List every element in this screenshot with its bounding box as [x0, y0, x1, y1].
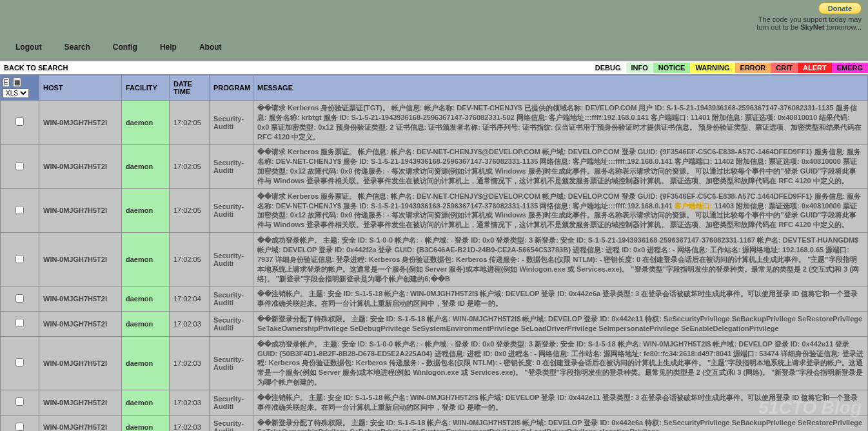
- cell-time: 17:02:03: [170, 336, 210, 390]
- table-row: WIN-0MJGH7H5T2Idaemon17:02:05Security-Au…: [1, 188, 868, 232]
- row-checkbox[interactable]: [15, 294, 24, 303]
- table-row: WIN-0MJGH7H5T2Idaemon17:02:03Security-Au…: [1, 336, 868, 390]
- cell-facility: daemon: [122, 145, 170, 188]
- table-row: WIN-0MJGH7H5T2Idaemon17:02:05Security-Au…: [1, 145, 868, 188]
- row-checkbox[interactable]: [15, 117, 24, 126]
- cell-time: 17:02:05: [170, 233, 210, 286]
- menu-about[interactable]: About: [199, 43, 222, 52]
- th-message[interactable]: MESSAGE: [253, 75, 868, 101]
- cell-host: WIN-0MJGH7H5T2I: [39, 188, 122, 232]
- export-select[interactable]: XLS: [3, 88, 29, 98]
- tagline: The code you support today may turn out …: [0, 14, 868, 37]
- log-table: E ▦ XLS HOST FACILITY DATE TIME PROGRAM …: [0, 75, 868, 431]
- table-row: WIN-0MJGH7H5T2Idaemon17:02:03Security-Au…: [1, 390, 868, 415]
- cell-program: Security-Auditi: [210, 415, 253, 431]
- cell-facility: daemon: [122, 286, 170, 312]
- back-to-search-link[interactable]: BACK TO SEARCH: [0, 64, 68, 72]
- cell-program: Security-Auditi: [210, 336, 253, 390]
- row-checkbox[interactable]: [15, 358, 24, 366]
- top-menu: Logout Search Config Help About: [0, 37, 868, 61]
- cell-host: WIN-0MJGH7H5T2I: [39, 390, 122, 415]
- severity-legend: DEBUG INFO NOTICE WARNING ERROR CRIT ALE…: [590, 63, 868, 73]
- cell-time: 17:02:04: [170, 286, 210, 312]
- cell-program: Security-Auditi: [210, 233, 253, 286]
- sev-alert[interactable]: ALERT: [798, 63, 832, 73]
- sev-emerg[interactable]: EMERG: [832, 63, 868, 73]
- cell-program: Security-Auditi: [210, 145, 253, 188]
- sev-warning[interactable]: WARNING: [690, 63, 735, 73]
- menu-logout[interactable]: Logout: [15, 43, 42, 52]
- cell-message: ��注销帐户。 主题: 安全 ID: S-1-5-18 帐户名: WIN-0MJ…: [253, 286, 868, 312]
- cell-facility: daemon: [122, 312, 170, 337]
- sev-error[interactable]: ERROR: [735, 63, 771, 73]
- cell-message: ��新登录分配了特殊权限。 主题: 安全 ID: S-1-5-18 帐户名: W…: [253, 312, 868, 337]
- cell-message: ��注销帐户。 主题: 安全 ID: S-1-5-18 帐户名: WIN-0MJ…: [253, 390, 868, 415]
- row-checkbox[interactable]: [15, 255, 24, 263]
- column-toggle-button[interactable]: ▦: [13, 77, 21, 87]
- cell-time: 17:02:03: [170, 312, 210, 337]
- menu-search[interactable]: Search: [64, 43, 90, 52]
- controls-cell: E ▦ XLS: [1, 75, 39, 101]
- cell-host: WIN-0MJGH7H5T2I: [39, 336, 122, 390]
- cell-host: WIN-0MJGH7H5T2I: [39, 145, 122, 188]
- cell-time: 17:02:05: [170, 145, 210, 188]
- cell-time: 17:02:03: [170, 390, 210, 415]
- cell-host: WIN-0MJGH7H5T2I: [39, 286, 122, 312]
- cell-program: Security-Auditi: [210, 390, 253, 415]
- cell-host: WIN-0MJGH7H5T2I: [39, 233, 122, 286]
- expand-button[interactable]: E: [3, 77, 10, 87]
- cell-message: ��成功登录帐户。 主题: 安全 ID: S-1-0-0 帐户名: - 帐户域:…: [253, 233, 868, 286]
- cell-time: 17:02:05: [170, 188, 210, 232]
- th-host[interactable]: HOST: [39, 75, 122, 101]
- cell-host: WIN-0MJGH7H5T2I: [39, 312, 122, 337]
- sev-debug[interactable]: DEBUG: [590, 63, 626, 73]
- cell-facility: daemon: [122, 233, 170, 286]
- menu-help[interactable]: Help: [160, 43, 177, 52]
- row-checkbox[interactable]: [15, 319, 24, 327]
- cell-facility: daemon: [122, 336, 170, 390]
- th-facility[interactable]: FACILITY: [122, 75, 170, 101]
- cell-program: Security-Auditi: [210, 101, 253, 145]
- cell-program: Security-Auditi: [210, 188, 253, 232]
- sev-crit[interactable]: CRIT: [771, 63, 798, 73]
- table-row: WIN-0MJGH7H5T2Idaemon17:02:05Security-Au…: [1, 233, 868, 286]
- row-checkbox[interactable]: [15, 206, 24, 214]
- sev-notice[interactable]: NOTICE: [653, 63, 691, 73]
- table-row: WIN-0MJGH7H5T2Idaemon17:02:04Security-Au…: [1, 286, 868, 312]
- cell-time: 17:02:03: [170, 415, 210, 431]
- cell-message: ��请求 Kerberos 服务票证。 帐户信息: 帐户名: DEV-NET-C…: [253, 145, 868, 188]
- table-row: WIN-0MJGH7H5T2Idaemon17:02:03Security-Au…: [1, 415, 868, 431]
- menu-config[interactable]: Config: [113, 43, 137, 52]
- cell-facility: daemon: [122, 188, 170, 232]
- cell-program: Security-Auditi: [210, 312, 253, 337]
- cell-host: WIN-0MJGH7H5T2I: [39, 101, 122, 145]
- th-program[interactable]: PROGRAM: [210, 75, 253, 101]
- table-row: WIN-0MJGH7H5T2Idaemon17:02:05Security-Au…: [1, 101, 868, 145]
- th-datetime[interactable]: DATE TIME: [170, 75, 210, 101]
- cell-time: 17:02:05: [170, 101, 210, 145]
- cell-message: ��请求 Kerberos 身份验证票证(TGT)。 帐户信息: 帐户名称: D…: [253, 101, 868, 145]
- cell-facility: daemon: [122, 390, 170, 415]
- cell-facility: daemon: [122, 415, 170, 431]
- cell-facility: daemon: [122, 101, 170, 145]
- row-checkbox[interactable]: [15, 397, 24, 406]
- row-checkbox[interactable]: [15, 423, 24, 431]
- cell-host: WIN-0MJGH7H5T2I: [39, 415, 122, 431]
- table-row: WIN-0MJGH7H5T2Idaemon17:02:03Security-Au…: [1, 312, 868, 337]
- sev-info[interactable]: INFO: [626, 63, 653, 73]
- row-checkbox[interactable]: [15, 162, 24, 170]
- cell-message: ��新登录分配了特殊权限。 主题: 安全 ID: S-1-5-18 帐户名: W…: [253, 415, 868, 431]
- cell-message: ��成功登录帐户。 主题: 安全 ID: S-1-0-0 帐户名: - 帐户域:…: [253, 336, 868, 390]
- cell-program: Security-Auditi: [210, 286, 253, 312]
- donate-button[interactable]: Donate: [818, 3, 862, 14]
- cell-message: ��请求 Kerberos 服务票证。 帐户信息: 帐户名: DEV-NET-C…: [253, 188, 868, 232]
